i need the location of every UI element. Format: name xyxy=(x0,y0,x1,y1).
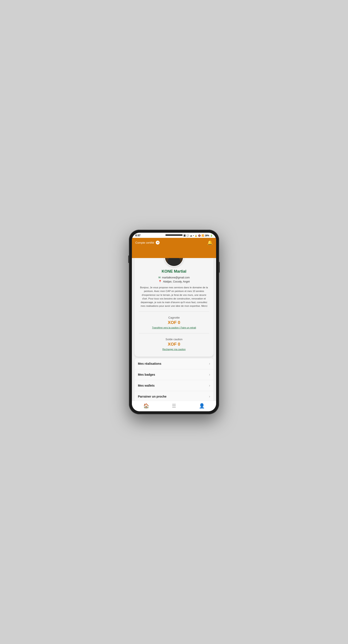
avatar-wrapper xyxy=(139,258,209,266)
chevron-realisations-icon: › xyxy=(209,362,210,366)
profile-bio: Bonjour, Je vous propose mes services da… xyxy=(139,286,209,308)
cagnotte-label: Cagnotte xyxy=(139,316,209,319)
close-certifie-button[interactable]: ✕ xyxy=(156,241,160,244)
notification-bell-icon[interactable]: 🔔 xyxy=(207,240,213,245)
caution-label: Solde caution xyxy=(139,338,209,341)
location-row: 📍 Abidjan, Cocody, Angré xyxy=(139,280,209,283)
profile-card: KONE Martial ✉ martialkone@gmail.com 📍 A… xyxy=(135,258,213,356)
profile-name: KONE Martial xyxy=(139,269,209,274)
avatar-image xyxy=(165,258,183,266)
whatsapp-icon: 💬 xyxy=(186,234,189,237)
location-icon: 📍 xyxy=(158,280,162,283)
divider-2 xyxy=(139,333,209,334)
menu-item-parrainer[interactable]: Parrainer un proche › xyxy=(135,391,213,401)
cagnotte-section: Cagnotte XOF 0 Transférer vers la cautio… xyxy=(139,314,209,330)
cagnotte-actions: Transférer vers la caution / Faire un re… xyxy=(139,326,209,329)
bottom-nav: 🏠 ☰ 👤 xyxy=(132,401,216,411)
email-value: martialkone@gmail.com xyxy=(162,276,190,279)
menu-label-parrainer: Parrainer un proche xyxy=(138,395,166,398)
nav-home[interactable]: 🏠 xyxy=(143,403,149,409)
menu-label-wallets: Mes wallets xyxy=(138,384,155,387)
menu-section: Mes réalisations › Mes badges › Mes wall… xyxy=(135,358,213,401)
cagnotte-amount: XOF 0 xyxy=(139,320,209,325)
profile-icon: 👤 xyxy=(199,403,205,409)
divider-1 xyxy=(139,312,209,312)
power-button xyxy=(219,262,220,273)
home-icon: 🏠 xyxy=(143,403,149,409)
menu-item-realisations[interactable]: Mes réalisations › xyxy=(135,358,213,369)
email-icon: ✉ xyxy=(158,276,161,279)
phone-screen: 8:57 🖼 💬 ☁ • 🔒 🔇 📶 28% 🔋 Compte certifié… xyxy=(132,233,216,411)
camera-notch xyxy=(165,234,183,236)
nav-profile[interactable]: 👤 xyxy=(199,403,205,409)
menu-item-wallets[interactable]: Mes wallets › xyxy=(135,380,213,391)
wifi-icon: 📶 xyxy=(201,234,204,237)
battery-text: 28% xyxy=(205,234,209,237)
recharger-link[interactable]: Recharger ma caution xyxy=(162,348,186,350)
chevron-parrainer-icon: › xyxy=(209,394,210,398)
chevron-wallets-icon: › xyxy=(209,384,210,388)
avatar xyxy=(164,258,184,266)
location-value: Abidjan, Cocody, Angré xyxy=(163,280,190,283)
caution-amount: XOF 0 xyxy=(139,342,209,347)
menu-item-badges[interactable]: Mes badges › xyxy=(135,369,213,380)
header-left: Compte certifié ✕ xyxy=(135,241,160,244)
dot-icon: • xyxy=(193,234,194,237)
status-time: 8:57 xyxy=(135,234,141,237)
profile-info: ✉ martialkone@gmail.com 📍 Abidjan, Cocod… xyxy=(139,276,209,283)
transferer-link[interactable]: Transférer vers la caution xyxy=(152,326,179,329)
lock-icon: 🔒 xyxy=(195,234,197,237)
menu-label-badges: Mes badges xyxy=(138,373,155,376)
caution-actions: Recharger ma caution xyxy=(139,348,209,350)
app-header: Compte certifié ✕ 🔔 xyxy=(132,238,216,258)
volume-button xyxy=(128,256,129,263)
scroll-content[interactable]: KONE Martial ✉ martialkone@gmail.com 📍 A… xyxy=(132,258,216,401)
gallery-icon: 🖼 xyxy=(183,234,186,237)
email-row: ✉ martialkone@gmail.com xyxy=(139,276,209,279)
list-icon: ☰ xyxy=(172,403,176,409)
retrait-link[interactable]: Faire un retrait xyxy=(181,326,196,329)
phone-frame: 8:57 🖼 💬 ☁ • 🔒 🔇 📶 28% 🔋 Compte certifié… xyxy=(129,230,219,414)
compte-certifie-label: Compte certifié xyxy=(135,241,154,244)
chevron-badges-icon: › xyxy=(209,373,210,376)
cloud-icon: ☁ xyxy=(190,234,192,237)
battery-icon: 🔋 xyxy=(210,234,213,237)
caution-section: Solde caution XOF 0 Recharger ma caution xyxy=(139,336,209,352)
status-icons: 🖼 💬 ☁ • 🔒 🔇 📶 28% 🔋 xyxy=(183,234,213,237)
menu-label-realisations: Mes réalisations xyxy=(138,362,161,365)
mute-icon: 🔇 xyxy=(198,234,201,237)
nav-list[interactable]: ☰ xyxy=(172,403,176,409)
